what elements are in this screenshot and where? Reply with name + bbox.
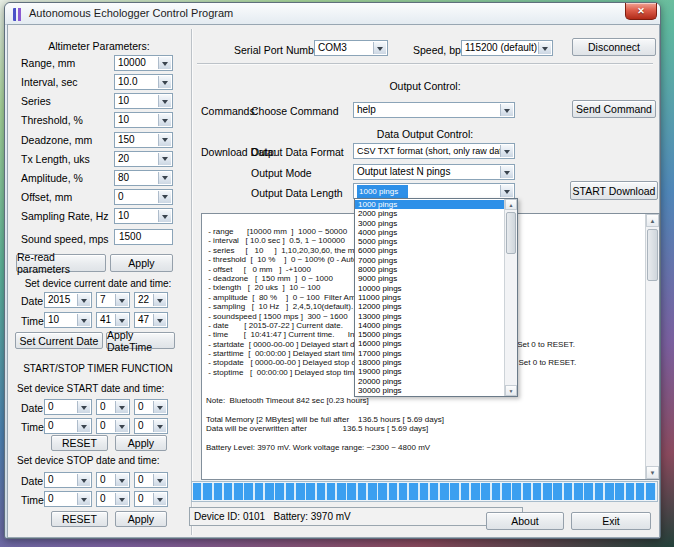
start-minute-combo[interactable]: 0 [96,418,130,434]
dropdown-option[interactable]: 7000 pings [355,256,504,265]
chevron-down-icon[interactable] [77,401,90,413]
output-length-combo[interactable]: 1000 pings [353,183,515,199]
param-combo[interactable]: 10 [114,112,173,128]
chevron-down-icon[interactable] [158,95,171,107]
command-combo[interactable]: help [353,102,515,118]
chevron-down-icon[interactable] [158,57,171,69]
stop-second-combo[interactable]: 0 [134,491,168,507]
chevron-down-icon[interactable] [115,420,128,432]
exit-button[interactable]: Exit [571,512,651,530]
titlebar[interactable]: Autonomous Echologger Control Program ✕ [5,3,660,25]
dropdown-option[interactable]: 15000 pings [355,330,504,339]
set-current-date-button[interactable]: Set Current Date [15,332,103,349]
output-format-combo[interactable]: CSV TXT format (short, only raw data) [353,143,515,159]
chevron-down-icon[interactable] [115,493,128,505]
chevron-down-icon[interactable] [500,185,513,197]
start-day-combo[interactable]: 0 [134,399,168,415]
stop-year-combo[interactable]: 0 [44,472,92,488]
chevron-down-icon[interactable] [115,474,128,486]
scroll-up-icon[interactable]: ▲ [646,214,659,227]
output-mode-combo[interactable]: Output latest N pings [353,164,515,180]
start-hour-combo[interactable]: 0 [44,418,92,434]
dropdown-option[interactable]: 10000 pings [355,284,504,293]
param-combo[interactable]: 10.0 [114,74,173,90]
dropdown-option[interactable]: 5000 pings [355,237,504,246]
param-combo[interactable]: 80 [114,170,173,186]
param-combo[interactable]: 150 [114,132,173,148]
dropdown-option[interactable]: 16000 pings [355,339,504,348]
chevron-down-icon[interactable] [153,420,166,432]
dropdown-option[interactable]: 11000 pings [355,293,504,302]
apply-datetime-button[interactable]: Apply DateTime [106,332,175,349]
dropdown-option[interactable]: 12000 pings [355,302,504,311]
current-month-combo[interactable]: 7 [96,292,130,308]
dropdown-option[interactable]: 9000 pings [355,274,504,283]
sound-speed-input[interactable]: 1500 [114,229,173,245]
serial-port-combo[interactable]: COM3 [314,40,388,56]
stop-apply-button[interactable]: Apply [115,511,167,527]
dropdown-option[interactable]: 19000 pings [355,367,504,376]
dropdown-option[interactable]: 6000 pings [355,246,504,255]
dropdown-option[interactable]: 13000 pings [355,312,504,321]
chevron-down-icon[interactable] [115,401,128,413]
console-scrollbar-thumb[interactable] [647,229,658,281]
chevron-down-icon[interactable] [373,42,386,54]
param-combo[interactable]: 10 [114,93,173,109]
scroll-up-icon[interactable]: ▲ [505,199,517,210]
current-minute-combo[interactable]: 41 [96,312,130,328]
dropdown-option[interactable]: 1000 pings [355,200,504,209]
chevron-down-icon[interactable] [153,314,166,326]
dropdown-scrollbar[interactable]: ▲ ▼ [504,199,517,396]
chevron-down-icon[interactable] [158,191,171,203]
dropdown-option[interactable]: 17000 pings [355,349,504,358]
scroll-down-icon[interactable]: ▼ [505,385,517,396]
stop-hour-combo[interactable]: 0 [44,491,92,507]
stop-day-combo[interactable]: 0 [134,472,168,488]
apply-parameters-button[interactable]: Apply [110,254,173,272]
disconnect-button[interactable]: Disconnect [572,38,656,56]
send-command-button[interactable]: Send Command [572,100,656,118]
stop-reset-button[interactable]: RESET [51,511,108,527]
start-reset-button[interactable]: RESET [51,435,108,451]
console-scrollbar[interactable]: ▲ ▼ [645,214,659,479]
chevron-down-icon[interactable] [153,474,166,486]
current-second-combo[interactable]: 47 [134,312,168,328]
start-month-combo[interactable]: 0 [96,399,130,415]
chevron-down-icon[interactable] [153,401,166,413]
chevron-down-icon[interactable] [158,210,171,222]
chevron-down-icon[interactable] [115,314,128,326]
start-apply-button[interactable]: Apply [115,435,167,451]
current-year-combo[interactable]: 2015 [44,292,92,308]
current-hour-combo[interactable]: 10 [44,312,92,328]
current-day-combo[interactable]: 22 [134,292,168,308]
param-combo[interactable]: 10000 [114,55,173,71]
param-combo[interactable]: 0 [114,189,173,205]
dropdown-option[interactable]: 20000 pings [355,377,504,386]
chevron-down-icon[interactable] [538,42,551,54]
param-combo[interactable]: 10 [114,208,173,224]
start-download-button[interactable]: START Download [570,181,658,200]
dropdown-option[interactable]: 14000 pings [355,321,504,330]
speed-combo[interactable]: 115200 (default) [461,40,553,56]
start-second-combo[interactable]: 0 [134,418,168,434]
chevron-down-icon[interactable] [500,166,513,178]
dropdown-option[interactable]: 4000 pings [355,228,504,237]
dropdown-option[interactable]: 3000 pings [355,219,504,228]
chevron-down-icon[interactable] [500,104,513,116]
reread-parameters-button[interactable]: Re-read parameters [16,254,106,272]
dropdown-option[interactable]: 8000 pings [355,265,504,274]
chevron-down-icon[interactable] [115,294,128,306]
chevron-down-icon[interactable] [158,134,171,146]
chevron-down-icon[interactable] [153,294,166,306]
chevron-down-icon[interactable] [77,294,90,306]
chevron-down-icon[interactable] [158,76,171,88]
chevron-down-icon[interactable] [77,314,90,326]
dropdown-option[interactable]: 30000 pings [355,386,504,395]
chevron-down-icon[interactable] [153,493,166,505]
start-year-combo[interactable]: 0 [44,399,92,415]
chevron-down-icon[interactable] [77,474,90,486]
chevron-down-icon[interactable] [77,420,90,432]
stop-minute-combo[interactable]: 0 [96,491,130,507]
about-button[interactable]: About [486,512,564,530]
chevron-down-icon[interactable] [500,145,513,157]
